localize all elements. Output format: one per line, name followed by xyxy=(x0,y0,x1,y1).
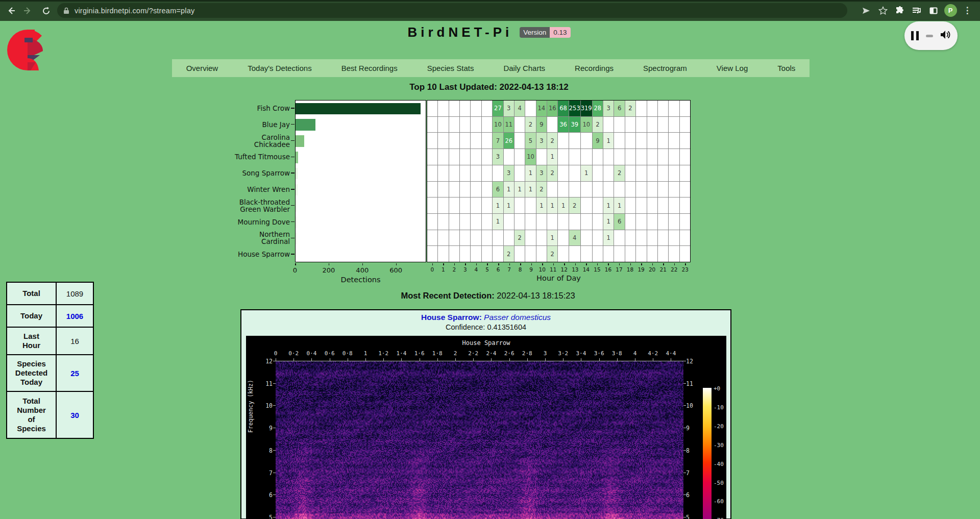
heatmap-cell xyxy=(460,133,470,149)
version-value: 0.13 xyxy=(550,27,570,38)
heatmap-cell xyxy=(658,165,668,181)
nav-item-overview[interactable]: Overview xyxy=(172,64,233,72)
heatmap-cell xyxy=(603,149,614,165)
heatmap-cell: 2 xyxy=(514,230,525,246)
hour-axis-ticklabel: 11 xyxy=(550,266,556,273)
freq-ticklabel-right: 12 xyxy=(686,358,693,365)
species-tick xyxy=(291,189,295,190)
heatmap-cell xyxy=(449,197,459,213)
heatmap-cell xyxy=(471,230,481,246)
menu-kebab-icon[interactable]: ⋮ xyxy=(960,3,975,18)
heatmap-cell: 68 xyxy=(558,101,568,116)
back-icon[interactable] xyxy=(4,4,18,18)
heatmap-cell xyxy=(493,230,503,246)
detection-scientific-name[interactable]: Passer domesticus xyxy=(484,313,551,322)
species-label: Blue Jay xyxy=(234,121,290,128)
url-bar[interactable]: virginia.birdnetpi.com/?stream=play xyxy=(57,3,847,18)
window-top-strip xyxy=(0,0,980,2)
species-label: Black-throatedGreen Warbler xyxy=(234,199,290,213)
heatmap-cell xyxy=(593,165,603,181)
freq-ticklabel-left: 9 xyxy=(264,425,273,432)
stats-value-link[interactable]: 30 xyxy=(56,391,93,438)
hour-axis-ticklabel: 23 xyxy=(682,266,689,273)
stats-label: Today xyxy=(7,305,56,327)
nav-item-recordings[interactable]: Recordings xyxy=(560,64,628,72)
hour-axis-tick xyxy=(531,263,532,265)
heatmap-cell xyxy=(680,246,690,262)
freq-tick-right xyxy=(683,473,686,473)
stats-value-link[interactable]: 1006 xyxy=(56,305,93,327)
heatmap-cell xyxy=(669,101,679,116)
heatmap-cell: 10 xyxy=(493,117,503,133)
time-tick xyxy=(348,358,348,361)
heatmap-cell xyxy=(547,117,557,133)
heatmap-cell xyxy=(482,149,492,165)
heatmap-cell: 1 xyxy=(547,149,557,165)
heatmap-cell: 1 xyxy=(493,214,503,230)
heatmap-cell xyxy=(658,182,668,197)
hour-axis-tick xyxy=(432,263,433,265)
species-tick xyxy=(291,172,295,174)
freq-ticklabel-left: 7 xyxy=(264,469,273,477)
nav-item-species-stats[interactable]: Species Stats xyxy=(412,64,489,72)
bar-axis-ticklabel: 400 xyxy=(356,266,369,274)
heatmap-cell: 1 xyxy=(603,197,614,213)
heatmap-cell xyxy=(636,246,646,262)
profile-avatar[interactable]: P xyxy=(943,3,958,18)
heatmap-cell xyxy=(636,117,646,133)
heatmap-cell xyxy=(647,149,657,165)
time-tick xyxy=(383,358,384,361)
heatmap-cell xyxy=(460,101,470,116)
detection-bar xyxy=(296,216,297,228)
stats-label: LastHour xyxy=(7,327,56,355)
heatmap-cell xyxy=(658,133,668,149)
side-panel-icon[interactable] xyxy=(926,3,941,18)
species-label: Winter Wren xyxy=(234,186,290,193)
heatmap-cell xyxy=(536,214,547,230)
heatmap-cell xyxy=(669,133,679,149)
stats-value-link[interactable]: 25 xyxy=(56,355,93,391)
freq-tick-right xyxy=(683,450,686,451)
heatmap-cell xyxy=(593,149,603,165)
heatmap-cell xyxy=(482,165,492,181)
hour-axis-ticklabel: 0 xyxy=(430,266,434,273)
heatmap-cell xyxy=(427,214,437,230)
species-tick xyxy=(291,124,295,125)
heatmap-cell xyxy=(471,246,481,262)
time-ticklabel: 4·2 xyxy=(648,350,658,357)
nav-item-tools[interactable]: Tools xyxy=(763,64,810,72)
detection-species-link[interactable]: House Sparrow: xyxy=(421,313,482,322)
star-icon[interactable] xyxy=(875,3,891,18)
heatmap-cell xyxy=(614,149,624,165)
detection-panel: House Sparrow: Passer domesticus Confide… xyxy=(240,309,731,519)
nav-item-daily-charts[interactable]: Daily Charts xyxy=(488,64,560,72)
heatmap-cell xyxy=(449,230,459,246)
time-ticklabel: 1·8 xyxy=(432,350,443,357)
freq-tick-left xyxy=(273,428,276,428)
heatmap-cell xyxy=(482,117,492,133)
heatmap-cell xyxy=(625,165,635,181)
species-tick xyxy=(291,238,295,239)
heatmap-cell: 5 xyxy=(525,133,535,149)
heatmap-cell xyxy=(471,165,481,181)
heatmap-cell xyxy=(471,182,481,197)
forward-icon[interactable] xyxy=(20,4,35,18)
nav-item-spectrogram[interactable]: Spectrogram xyxy=(628,64,702,72)
heatmap-cell xyxy=(658,149,668,165)
heatmap-cell xyxy=(680,149,690,165)
send-icon[interactable] xyxy=(859,3,874,18)
version-badge: Version 0.13 xyxy=(520,27,570,38)
nav-item-view-log[interactable]: View Log xyxy=(702,64,763,72)
heatmap-cell: 1 xyxy=(504,182,514,197)
nav-item-today-s-detections[interactable]: Today's Detections xyxy=(233,64,326,72)
bar-axis-ticklabel: 600 xyxy=(389,266,402,274)
media-playlist-icon[interactable] xyxy=(909,3,924,18)
nav-item-best-recordings[interactable]: Best Recordings xyxy=(327,64,412,72)
reload-icon[interactable] xyxy=(39,4,53,18)
heatmap-cell xyxy=(636,197,646,213)
time-tick xyxy=(293,358,294,361)
confidence-label: Confidence: xyxy=(446,323,485,331)
heatmap-cell xyxy=(603,117,614,133)
heatmap-cell xyxy=(525,230,535,246)
extensions-icon[interactable] xyxy=(892,3,908,18)
